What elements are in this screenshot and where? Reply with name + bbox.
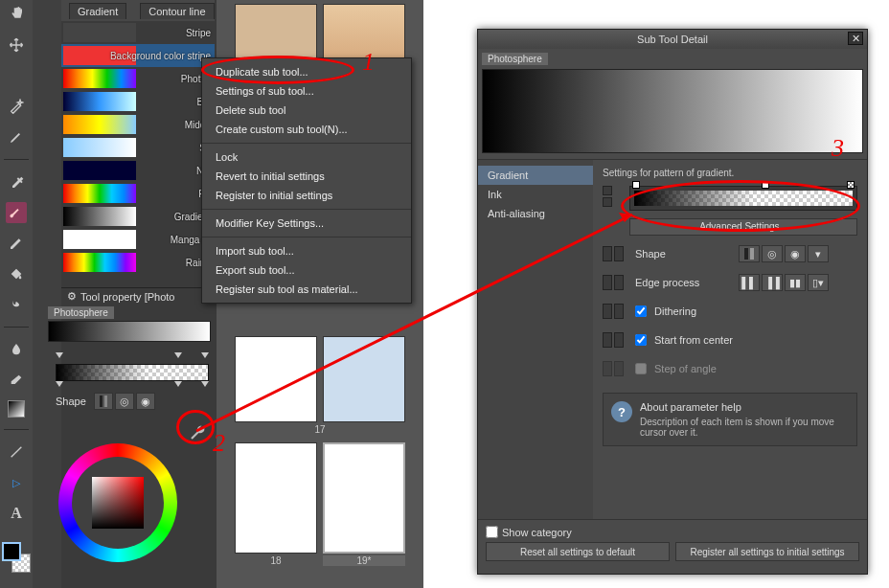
- dithering-label: Dithering: [654, 305, 696, 317]
- close-icon[interactable]: ✕: [848, 32, 863, 45]
- gear-icon: ⚙: [67, 290, 77, 303]
- subtool-row[interactable]: Manga gr: [61, 228, 215, 251]
- svg-rect-15: [750, 248, 754, 260]
- page-thumb[interactable]: [323, 442, 405, 554]
- start-from-center-checkbox[interactable]: [635, 334, 647, 346]
- blur-tool-icon[interactable]: [6, 339, 27, 360]
- category-item[interactable]: Anti-aliasing: [478, 204, 593, 223]
- category-item[interactable]: Gradient: [478, 166, 593, 185]
- edge-process-label: Edge process: [635, 277, 731, 288]
- start-from-center-label: Start from center: [654, 334, 733, 346]
- advanced-settings-button[interactable]: Advanced Settings...: [629, 218, 857, 236]
- subtool-row[interactable]: Sk: [61, 136, 215, 159]
- subtool-row[interactable]: Midda: [61, 113, 215, 136]
- menu-item[interactable]: Modifier Key Settings...: [202, 214, 411, 233]
- move-tool-icon[interactable]: [6, 34, 27, 56]
- menu-item[interactable]: Settings of sub tool...: [202, 81, 411, 101]
- subtool-row[interactable]: Gradient: [61, 205, 215, 228]
- edge-opt-1[interactable]: ▌▌: [739, 274, 760, 291]
- thumb-label: 18: [235, 555, 317, 566]
- subtool-row[interactable]: Stripe: [61, 21, 215, 44]
- tool-property-name: Photosphere: [48, 306, 114, 319]
- subtool-detail-dialog: Sub Tool Detail ✕ Photosphere GradientIn…: [477, 29, 868, 575]
- page-thumb[interactable]: [235, 336, 317, 422]
- subtool-row[interactable]: Rainb: [61, 251, 215, 274]
- thumb-label: 19*: [323, 555, 405, 566]
- wand-tool-icon[interactable]: [6, 96, 27, 117]
- subtool-row[interactable]: Ra: [61, 182, 215, 205]
- menu-item[interactable]: Create custom sub tool(N)...: [202, 120, 411, 139]
- wrench-icon[interactable]: [186, 421, 209, 444]
- shape-label: Shape: [635, 248, 731, 260]
- shape-tool-icon[interactable]: ▷: [6, 472, 27, 493]
- shape-opt-linear[interactable]: [739, 245, 760, 262]
- hand-tool-icon[interactable]: [6, 4, 27, 25]
- register-settings-button[interactable]: Register all settings to initial setting…: [675, 542, 859, 561]
- menu-item[interactable]: Import sub tool...: [202, 241, 411, 260]
- shape-opt-more[interactable]: ▾: [808, 245, 829, 262]
- shape-label: Shape: [56, 396, 86, 407]
- edge-opt-2[interactable]: ▐▐: [762, 274, 783, 291]
- text-tool-icon[interactable]: A: [6, 503, 27, 524]
- subtool-row[interactable]: Blu: [61, 90, 215, 113]
- color-swatches[interactable]: [0, 540, 34, 575]
- tool-property-preview: [48, 321, 211, 342]
- page-thumb[interactable]: [235, 442, 317, 554]
- menu-item[interactable]: Register to initial settings: [202, 186, 411, 205]
- shape-radial-button[interactable]: ◎: [115, 393, 134, 410]
- svg-rect-14: [744, 248, 748, 260]
- edge-opt-4[interactable]: ▯▾: [808, 274, 829, 291]
- line-tool-icon[interactable]: [6, 441, 27, 463]
- help-icon: ?: [611, 401, 632, 422]
- subtool-row[interactable]: Photos: [61, 67, 215, 90]
- row-toggle-icon[interactable]: [603, 186, 612, 195]
- reset-settings-button[interactable]: Reset all settings to default: [486, 542, 670, 561]
- edge-opt-3[interactable]: ▮▮: [785, 274, 806, 291]
- spray-tool-icon[interactable]: [6, 65, 27, 86]
- menu-item[interactable]: Duplicate sub tool...: [202, 62, 411, 81]
- menu-item[interactable]: Register sub tool as material...: [202, 280, 411, 299]
- eyedropper-icon[interactable]: [6, 171, 27, 192]
- help-title: About parameter help: [640, 401, 849, 413]
- tab-contour[interactable]: Contour line: [140, 3, 214, 19]
- menu-item[interactable]: Lock: [202, 147, 411, 167]
- page-thumb[interactable]: [323, 336, 405, 422]
- step-of-angle-label: Step of angle: [654, 363, 717, 374]
- subtool-context-menu: Duplicate sub tool...Settings of sub too…: [201, 57, 412, 304]
- subtool-row[interactable]: Background color stripe: [61, 44, 215, 67]
- show-category-label: Show category: [502, 527, 572, 538]
- step-of-angle-checkbox: [635, 363, 647, 374]
- brush-tool-icon[interactable]: [6, 202, 27, 223]
- bucket-tool-icon[interactable]: [6, 263, 27, 284]
- category-item[interactable]: Ink: [478, 185, 593, 204]
- shape-opt-radial[interactable]: ◎: [762, 245, 783, 262]
- color-wheel[interactable]: [56, 441, 180, 565]
- gradient-tool-icon[interactable]: [8, 400, 25, 418]
- eraser-tool-icon[interactable]: [6, 370, 27, 391]
- menu-item[interactable]: Revert to initial settings: [202, 167, 411, 186]
- menu-item[interactable]: Delete sub tool: [202, 101, 411, 120]
- row-toggle-icon[interactable]: [603, 197, 612, 207]
- dithering-checkbox[interactable]: [635, 305, 647, 317]
- thumb-label: 17: [220, 424, 420, 435]
- dialog-title: Sub Tool Detail: [637, 34, 708, 45]
- help-text: Description of each item is shown if you…: [640, 417, 849, 438]
- subtool-row[interactable]: Nig: [61, 159, 215, 182]
- svg-rect-7: [100, 396, 103, 407]
- dialog-subtool-chip: Photosphere: [482, 53, 548, 65]
- pencil-tool-icon[interactable]: [6, 233, 27, 254]
- settings-description: Settings for pattern of gradient.: [603, 168, 857, 178]
- svg-rect-8: [104, 396, 107, 407]
- smudge-tool-icon[interactable]: [6, 294, 27, 315]
- shape-opt-ellipse[interactable]: ◉: [785, 245, 806, 262]
- gradient-editor[interactable]: [629, 186, 857, 211]
- dialog-gradient-preview: [482, 69, 863, 153]
- pen-tool-icon[interactable]: [6, 126, 27, 147]
- menu-item[interactable]: Export sub tool...: [202, 260, 411, 280]
- shape-ellipse-button[interactable]: ◉: [136, 393, 155, 410]
- gradient-editor-small[interactable]: [56, 364, 209, 381]
- shape-linear-button[interactable]: [94, 393, 113, 410]
- show-category-checkbox[interactable]: [486, 526, 498, 538]
- tab-gradient[interactable]: Gradient: [69, 3, 126, 19]
- tool-property-title: Tool property [Photo: [80, 291, 174, 303]
